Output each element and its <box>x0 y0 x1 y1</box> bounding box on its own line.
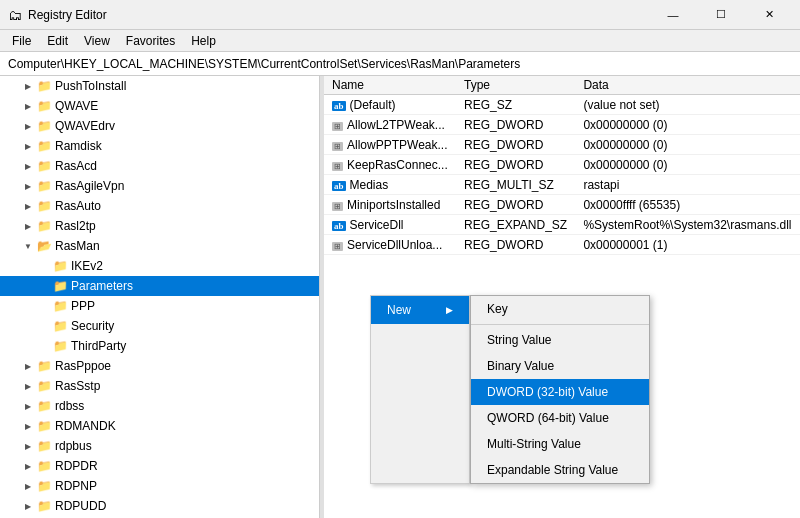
tree-label: ThirdParty <box>71 339 315 353</box>
tree-label: RDPDR <box>55 459 315 473</box>
table-row[interactable]: ⊞KeepRasConnec...REG_DWORD0x00000000 (0) <box>324 155 800 175</box>
menu-bar: FileEditViewFavoritesHelp <box>0 30 800 52</box>
tree-expander[interactable] <box>20 98 36 114</box>
table-row[interactable]: ⊞ServiceDllUnloa...REG_DWORD0x00000001 (… <box>324 235 800 255</box>
menu-item-file[interactable]: File <box>4 32 39 50</box>
menu-item-favorites[interactable]: Favorites <box>118 32 183 50</box>
context-menu-item[interactable]: QWORD (64-bit) Value <box>471 405 649 431</box>
context-menu-item[interactable]: DWORD (32-bit) Value <box>471 379 649 405</box>
folder-icon <box>36 498 52 514</box>
tree-expander[interactable] <box>20 358 36 374</box>
tree-expander[interactable] <box>20 138 36 154</box>
folder-icon <box>52 318 68 334</box>
new-menu-item[interactable]: New ▶ <box>371 296 469 324</box>
tree-item[interactable]: RasPppoe <box>0 356 319 376</box>
tree-expander[interactable] <box>20 498 36 514</box>
folder-icon <box>36 238 52 254</box>
tree-expander[interactable] <box>20 458 36 474</box>
cell-type: REG_EXPAND_SZ <box>456 215 575 235</box>
context-menu-item[interactable]: Multi-String Value <box>471 431 649 457</box>
tree-panel[interactable]: PushToInstallQWAVEQWAVEdrvRamdiskRasAcdR… <box>0 76 320 518</box>
tree-expander[interactable] <box>20 158 36 174</box>
table-row[interactable]: ⊞MiniportsInstalledREG_DWORD0x0000ffff (… <box>324 195 800 215</box>
cell-data: 0x00000000 (0) <box>575 155 800 175</box>
cell-name: ab(Default) <box>324 95 456 115</box>
tree-label: RasMan <box>55 239 315 253</box>
table-row[interactable]: abMediasREG_MULTI_SZrastapi <box>324 175 800 195</box>
cell-name: ⊞KeepRasConnec... <box>324 155 456 175</box>
tree-label: RasSstp <box>55 379 315 393</box>
folder-icon <box>36 458 52 474</box>
cell-type: REG_SZ <box>456 95 575 115</box>
tree-item[interactable]: RasMan <box>0 236 319 256</box>
tree-item[interactable]: RasAuto <box>0 196 319 216</box>
table-row[interactable]: ⊞AllowPPTPWeak...REG_DWORD0x00000000 (0) <box>324 135 800 155</box>
cell-name: ⊞MiniportsInstalled <box>324 195 456 215</box>
menu-item-edit[interactable]: Edit <box>39 32 76 50</box>
tree-item[interactable]: RasSstp <box>0 376 319 396</box>
tree-item[interactable]: PPP <box>0 296 319 316</box>
col-type[interactable]: Type <box>456 76 575 95</box>
submenu-arrow: ▶ <box>446 305 453 315</box>
maximize-button[interactable]: ☐ <box>698 0 744 30</box>
context-menu-item[interactable]: Expandable String Value <box>471 457 649 483</box>
tree-item[interactable]: ThirdParty <box>0 336 319 356</box>
col-name[interactable]: Name <box>324 76 456 95</box>
tree-expander[interactable] <box>20 178 36 194</box>
registry-table: Name Type Data ab(Default)REG_SZ(value n… <box>324 76 800 255</box>
tree-item[interactable]: rdbss <box>0 396 319 416</box>
tree-item[interactable]: rdpbus <box>0 436 319 456</box>
tree-label: RDPNP <box>55 479 315 493</box>
tree-expander[interactable] <box>20 418 36 434</box>
tree-item[interactable]: Rasl2tp <box>0 216 319 236</box>
tree-expander[interactable] <box>20 118 36 134</box>
title-bar: 🗂 Registry Editor — ☐ ✕ <box>0 0 800 30</box>
table-row[interactable]: ab(Default)REG_SZ(value not set) <box>324 95 800 115</box>
tree-expander[interactable] <box>20 398 36 414</box>
context-menu-item[interactable]: String Value <box>471 327 649 353</box>
cell-data: 0x00000000 (0) <box>575 135 800 155</box>
tree-label: rdpbus <box>55 439 315 453</box>
tree-expander[interactable] <box>20 218 36 234</box>
tree-expander[interactable] <box>20 438 36 454</box>
tree-label: PPP <box>71 299 315 313</box>
cell-name: abServiceDll <box>324 215 456 235</box>
minimize-button[interactable]: — <box>650 0 696 30</box>
close-button[interactable]: ✕ <box>746 0 792 30</box>
tree-label: QWAVE <box>55 99 315 113</box>
table-row[interactable]: ⊞AllowL2TPWeak...REG_DWORD0x00000000 (0) <box>324 115 800 135</box>
cell-type: REG_DWORD <box>456 155 575 175</box>
window-title: Registry Editor <box>28 8 650 22</box>
tree-item[interactable]: Parameters <box>0 276 319 296</box>
tree-label: Security <box>71 319 315 333</box>
cell-data: rastapi <box>575 175 800 195</box>
tree-item[interactable]: IKEv2 <box>0 256 319 276</box>
tree-item[interactable]: QWAVE <box>0 96 319 116</box>
menu-item-view[interactable]: View <box>76 32 118 50</box>
tree-expander[interactable] <box>20 78 36 94</box>
col-data[interactable]: Data <box>575 76 800 95</box>
tree-expander[interactable] <box>20 478 36 494</box>
tree-label: PushToInstall <box>55 79 315 93</box>
tree-item[interactable]: RasAgileVpn <box>0 176 319 196</box>
context-menu-item[interactable]: Binary Value <box>471 353 649 379</box>
tree-item[interactable]: PushToInstall <box>0 76 319 96</box>
tree-item[interactable]: RDPUDD <box>0 496 319 516</box>
tree-expander[interactable] <box>20 198 36 214</box>
context-menu-item[interactable]: Key <box>471 296 649 322</box>
new-submenu-trigger[interactable]: New ▶ <box>370 295 470 484</box>
tree-item[interactable]: RDPDR <box>0 456 319 476</box>
table-row[interactable]: abServiceDllREG_EXPAND_SZ%SystemRoot%\Sy… <box>324 215 800 235</box>
menu-item-help[interactable]: Help <box>183 32 224 50</box>
tree-expander[interactable] <box>20 378 36 394</box>
tree-item[interactable]: QWAVEdrv <box>0 116 319 136</box>
tree-item[interactable]: RDPNP <box>0 476 319 496</box>
tree-item[interactable]: RasAcd <box>0 156 319 176</box>
tree-item[interactable]: Ramdisk <box>0 136 319 156</box>
tree-label: rdbss <box>55 399 315 413</box>
tree-item[interactable]: RDMANDK <box>0 416 319 436</box>
tree-expander[interactable] <box>20 238 36 254</box>
new-label: New <box>387 303 411 317</box>
tree-label: RasAgileVpn <box>55 179 315 193</box>
tree-item[interactable]: Security <box>0 316 319 336</box>
